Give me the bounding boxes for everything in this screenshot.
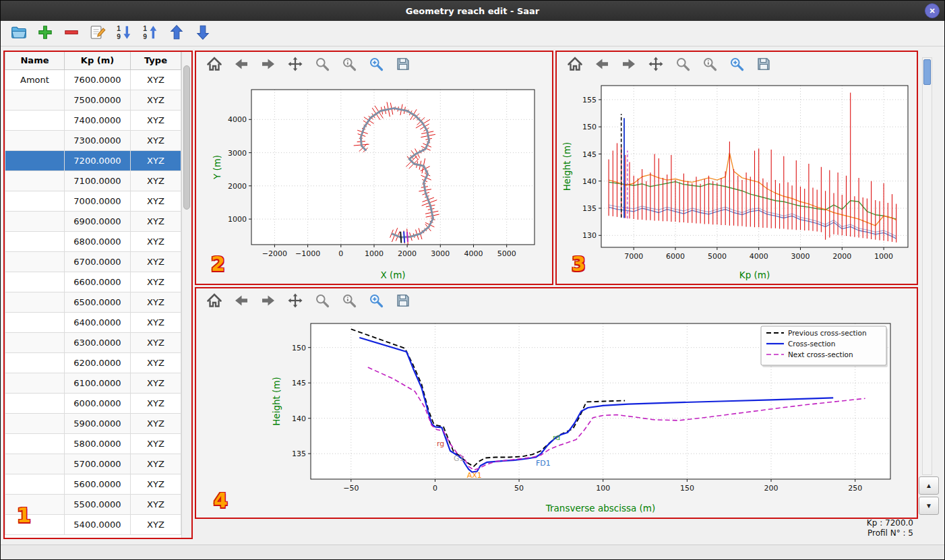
cell-kp[interactable]: 5500.0000 [65,494,131,514]
cell-kp[interactable]: 6500.0000 [65,292,131,312]
cell-type[interactable]: XYZ [131,373,181,393]
column-header-type[interactable]: Type [131,52,181,69]
plot-home-button[interactable] [206,56,223,73]
longitudinal-profile-chart[interactable]: 7000600050004000300020001000130135140145… [557,77,917,284]
cell-name[interactable] [5,191,65,211]
cell-name[interactable] [5,110,65,130]
cell-type[interactable]: XYZ [131,150,181,170]
table-row[interactable]: 6700.0000XYZ [5,251,181,272]
plot-home-button[interactable] [566,56,584,73]
table-row[interactable]: 6400.0000XYZ [5,312,181,332]
cell-kp[interactable]: 6200.0000 [65,352,131,373]
cell-name[interactable] [5,332,65,352]
plot-save-button[interactable] [394,56,412,73]
cell-kp[interactable]: 7400.0000 [65,110,131,130]
cell-type[interactable]: XYZ [131,312,181,332]
table-row[interactable]: 7500.0000XYZ [5,90,181,110]
cell-type[interactable]: XYZ [131,332,181,352]
table-row[interactable]: 5600.0000XYZ [5,474,181,494]
table-row[interactable]: 6500.0000XYZ [5,292,181,312]
edit-button[interactable] [88,24,108,44]
table-row[interactable]: 6100.0000XYZ [5,373,181,393]
plot-back-button[interactable] [233,56,250,73]
plot-zoom-button[interactable] [674,56,692,73]
cell-type[interactable]: XYZ [131,454,181,474]
plot-zoom-region-button[interactable] [367,292,385,310]
cell-name[interactable] [5,474,65,494]
cell-name[interactable] [5,150,65,170]
cell-name[interactable] [5,454,65,474]
plot-save-button[interactable] [755,56,772,73]
column-header-name[interactable]: Name [5,52,65,69]
cell-name[interactable] [5,373,65,393]
cell-name[interactable] [5,393,65,413]
plot-inspect-button[interactable] [340,292,358,310]
cell-kp[interactable]: 6300.0000 [65,332,131,352]
add-row-button[interactable] [35,24,55,44]
right-scrollbar-thumb[interactable] [923,59,931,85]
cell-kp[interactable]: 5700.0000 [65,454,131,474]
cell-name[interactable] [5,312,65,332]
cell-kp[interactable]: 7200.0000 [65,150,131,170]
table-row[interactable]: 5400.0000XYZ [5,514,181,534]
cell-name[interactable] [5,514,65,534]
cell-type[interactable]: XYZ [131,69,181,90]
cell-kp[interactable]: 7600.0000 [65,69,131,90]
cell-name[interactable] [5,494,65,514]
plot-forward-button[interactable] [260,56,277,73]
table-row[interactable]: 5800.0000XYZ [5,433,181,454]
cell-type[interactable]: XYZ [131,393,181,413]
cell-type[interactable]: XYZ [131,170,181,191]
cell-kp[interactable]: 5800.0000 [65,433,131,454]
table-row[interactable]: 6200.0000XYZ [5,352,181,373]
cell-type[interactable]: XYZ [131,130,181,150]
cell-type[interactable]: XYZ [131,231,181,251]
open-button[interactable] [9,24,29,44]
table-scrollbar-thumb[interactable] [183,65,190,210]
cell-type[interactable]: XYZ [131,474,181,494]
cell-type[interactable]: XYZ [131,494,181,514]
move-up-button[interactable] [166,24,187,44]
cell-kp[interactable]: 6700.0000 [65,251,131,272]
cell-type[interactable]: XYZ [131,211,181,231]
cell-kp[interactable]: 7300.0000 [65,130,131,150]
plot-forward-button[interactable] [620,56,638,73]
cell-type[interactable]: XYZ [131,110,181,130]
cell-name[interactable] [5,272,65,292]
plot-back-button[interactable] [593,56,611,73]
previous-profile-button[interactable]: ▲ [919,476,939,495]
plot-forward-button[interactable] [260,292,277,310]
plot-pan-button[interactable] [286,56,304,73]
plot-inspect-button[interactable] [340,56,358,73]
sort-descending-button[interactable]: 19 [140,24,160,44]
plot-pan-button[interactable] [647,56,665,73]
cell-type[interactable]: XYZ [131,413,181,433]
table-row[interactable]: 5700.0000XYZ [5,454,181,474]
next-profile-button[interactable]: ▼ [919,497,939,515]
cell-name[interactable] [5,413,65,433]
move-down-button[interactable] [193,24,213,44]
plot-home-button[interactable] [206,292,223,310]
table-row[interactable]: 5900.0000XYZ [5,413,181,433]
table-row[interactable]: 7000.0000XYZ [5,191,181,211]
cell-type[interactable]: XYZ [131,292,181,312]
cell-name[interactable]: Amont [5,69,65,90]
table-row[interactable]: 7300.0000XYZ [5,130,181,150]
cell-kp[interactable]: 5900.0000 [65,413,131,433]
table-row[interactable]: 6300.0000XYZ [5,332,181,352]
cell-name[interactable] [5,211,65,231]
table-row[interactable]: 7400.0000XYZ [5,110,181,130]
cell-kp[interactable]: 6400.0000 [65,312,131,332]
cell-type[interactable]: XYZ [131,272,181,292]
cell-name[interactable] [5,170,65,191]
table-row[interactable]: 6800.0000XYZ [5,231,181,251]
table-row[interactable]: 7200.0000XYZ [5,150,181,170]
cross-section-chart[interactable]: rgrdAX1FD1G1−500501001502002501351401451… [196,314,917,518]
table-row[interactable]: 6000.0000XYZ [5,393,181,413]
plot-back-button[interactable] [233,292,250,310]
cell-kp[interactable]: 5600.0000 [65,474,131,494]
cell-name[interactable] [5,90,65,110]
table-row[interactable]: 6900.0000XYZ [5,211,181,231]
cell-name[interactable] [5,433,65,454]
cell-name[interactable] [5,251,65,272]
